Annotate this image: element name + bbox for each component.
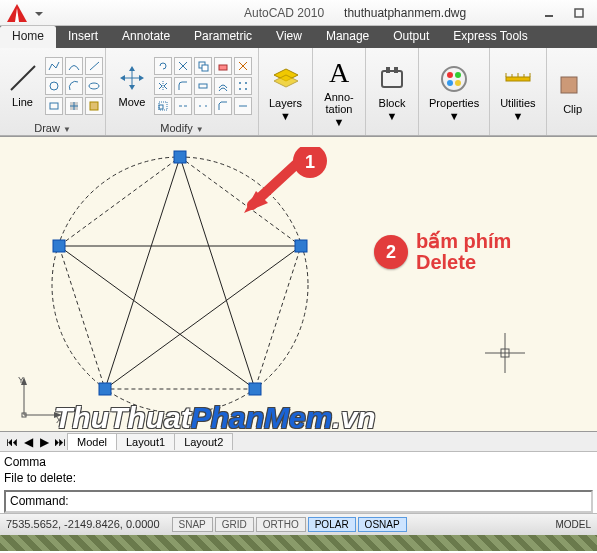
status-model[interactable]: MODEL (555, 519, 591, 530)
svg-point-17 (239, 88, 241, 90)
tab-insert[interactable]: Insert (56, 26, 110, 48)
utilities-button[interactable]: Utilities▼ (496, 61, 539, 123)
status-ortho[interactable]: ORTHO (256, 517, 306, 532)
tab-home[interactable]: Home (0, 26, 56, 48)
svg-line-38 (59, 246, 255, 389)
properties-button[interactable]: Properties▼ (425, 61, 483, 123)
svg-rect-1 (575, 9, 583, 17)
layout-last-icon[interactable]: ⏭ (52, 434, 68, 450)
lengthen-icon[interactable] (234, 97, 252, 115)
tab-annotate[interactable]: Annotate (110, 26, 182, 48)
panel-layers: Layers▼ (259, 48, 313, 135)
hatch-icon[interactable] (65, 97, 83, 115)
panel-label-modify[interactable]: Modify▼ (160, 121, 203, 135)
erase-icon[interactable] (214, 57, 232, 75)
layout-next-icon[interactable]: ▶ (36, 434, 52, 450)
block-button[interactable]: Block▼ (372, 61, 412, 123)
layers-icon (270, 63, 302, 95)
svg-point-4 (50, 82, 58, 90)
copy-icon[interactable] (194, 57, 212, 75)
ribbon-tabs: Home Insert Annotate Parametric View Man… (0, 26, 597, 48)
layout-first-icon[interactable]: ⏮ (4, 434, 20, 450)
arc-icon[interactable] (65, 77, 83, 95)
ellipse-icon[interactable] (85, 77, 103, 95)
array-icon[interactable] (234, 77, 252, 95)
panel-label-draw[interactable]: Draw▼ (34, 121, 71, 135)
trim-icon[interactable] (174, 57, 192, 75)
polyline-icon[interactable] (45, 57, 63, 75)
maximize-button[interactable] (565, 4, 593, 22)
status-osnap[interactable]: OSNAP (358, 517, 407, 532)
drawing-canvas[interactable]: 1 2 bấm phím Delete YX ThuThuatPhanMem.v… (0, 136, 597, 432)
annotation-button[interactable]: A Anno- tation▼ (319, 55, 359, 129)
tab-manage[interactable]: Manage (314, 26, 381, 48)
svg-point-28 (447, 80, 453, 86)
circle-icon[interactable] (45, 77, 63, 95)
status-polar[interactable]: POLAR (308, 517, 356, 532)
app-menu-arrow-icon[interactable] (34, 8, 44, 18)
status-bar: 7535.5652, -2149.8426, 0.0000 SNAP GRID … (0, 513, 597, 535)
layout-tab-model[interactable]: Model (67, 433, 117, 450)
move-button[interactable]: Move (112, 60, 152, 110)
spline-icon[interactable] (65, 57, 83, 75)
join-icon[interactable] (174, 97, 192, 115)
status-grid[interactable]: GRID (215, 517, 254, 532)
chamfer-icon[interactable] (214, 97, 232, 115)
panel-draw: Line Draw▼ (0, 48, 106, 135)
tab-view[interactable]: View (264, 26, 314, 48)
clipboard-icon (557, 69, 589, 101)
ray-icon[interactable] (85, 57, 103, 75)
coordinate-readout: 7535.5652, -2149.8426, 0.0000 (6, 518, 160, 530)
rectangle-icon[interactable] (45, 97, 63, 115)
svg-rect-14 (199, 84, 207, 88)
layout-tab-bar: ⏮ ◀ ▶ ⏭ Model Layout1 Layout2 (0, 432, 597, 452)
svg-line-37 (105, 246, 301, 389)
line-button[interactable]: Line (3, 60, 43, 110)
app-logo[interactable] (4, 2, 30, 24)
utilities-icon (502, 63, 534, 95)
command-input[interactable]: Command: (4, 490, 593, 512)
footer-decoration (0, 535, 597, 551)
fillet-icon[interactable] (174, 77, 192, 95)
layout-tab-layout1[interactable]: Layout1 (116, 433, 175, 450)
offset-icon[interactable] (214, 77, 232, 95)
line-icon (7, 62, 39, 94)
explode-icon[interactable] (234, 57, 252, 75)
app-title: AutoCAD 2010 (244, 6, 324, 20)
draw-tool-grid (45, 57, 103, 115)
annotation-label-2: 2 bấm phím Delete (374, 231, 511, 273)
rotate-icon[interactable] (154, 57, 172, 75)
command-history-line: Comma (4, 454, 593, 470)
svg-rect-41 (249, 383, 261, 395)
panel-utilities: Utilities▼ (490, 48, 546, 135)
annotation-arrow-1: 1 (240, 147, 330, 227)
svg-point-5 (89, 83, 99, 89)
svg-point-18 (245, 88, 247, 90)
scale-icon[interactable] (154, 97, 172, 115)
tab-express[interactable]: Express Tools (441, 26, 539, 48)
annotation-number-2: 2 (374, 235, 408, 269)
panel-modify: Move Modify▼ (106, 48, 259, 135)
svg-rect-0 (545, 15, 553, 17)
svg-text:1: 1 (305, 152, 315, 172)
layers-button[interactable]: Layers▼ (265, 61, 306, 123)
status-snap[interactable]: SNAP (172, 517, 213, 532)
clipboard-button[interactable]: Clip (553, 67, 593, 117)
region-icon[interactable] (85, 97, 103, 115)
tab-output[interactable]: Output (381, 26, 441, 48)
layout-tab-layout2[interactable]: Layout2 (174, 433, 233, 450)
move-icon (116, 62, 148, 94)
break-icon[interactable] (194, 97, 212, 115)
svg-line-3 (90, 62, 99, 70)
svg-rect-39 (174, 151, 186, 163)
layout-prev-icon[interactable]: ◀ (20, 434, 36, 450)
command-window[interactable]: Comma File to delete: Command: (0, 452, 597, 513)
svg-rect-43 (53, 240, 65, 252)
panel-annotation: A Anno- tation▼ (313, 48, 366, 135)
svg-point-15 (239, 82, 241, 84)
minimize-button[interactable] (535, 4, 563, 22)
stretch-icon[interactable] (194, 77, 212, 95)
document-title: thuthuatphanmem.dwg (344, 6, 466, 20)
mirror-icon[interactable] (154, 77, 172, 95)
tab-parametric[interactable]: Parametric (182, 26, 264, 48)
